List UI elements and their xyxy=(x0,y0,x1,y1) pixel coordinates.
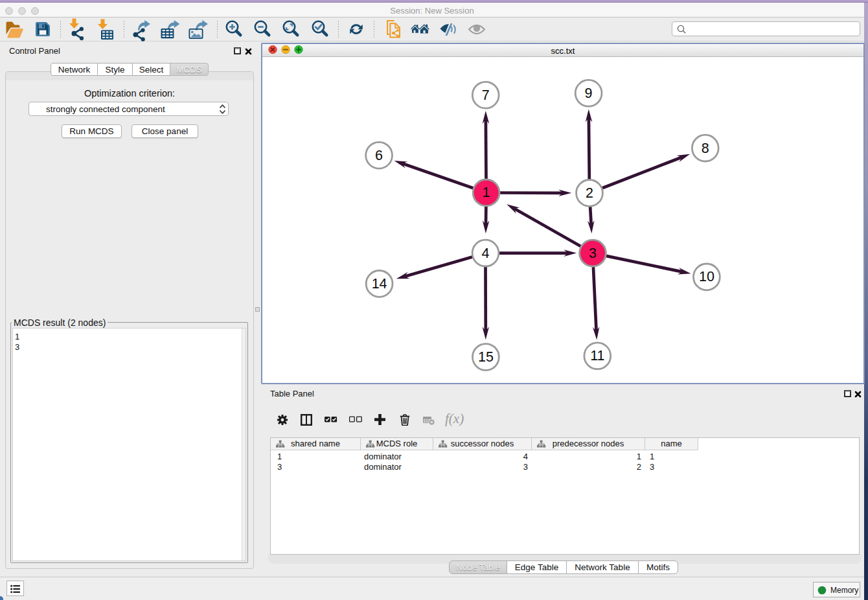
svg-text:1: 1 xyxy=(483,185,490,200)
svg-text:7: 7 xyxy=(482,87,490,103)
svg-text:6: 6 xyxy=(375,148,383,163)
svg-text:4: 4 xyxy=(482,246,490,261)
svg-text:3: 3 xyxy=(589,246,597,261)
svg-text:8: 8 xyxy=(702,141,709,156)
svg-text:14: 14 xyxy=(372,276,387,292)
svg-text:11: 11 xyxy=(590,348,604,363)
svg-text:2: 2 xyxy=(586,185,593,201)
svg-text:10: 10 xyxy=(699,269,714,284)
svg-text:15: 15 xyxy=(478,349,494,365)
svg-text:9: 9 xyxy=(585,86,593,101)
